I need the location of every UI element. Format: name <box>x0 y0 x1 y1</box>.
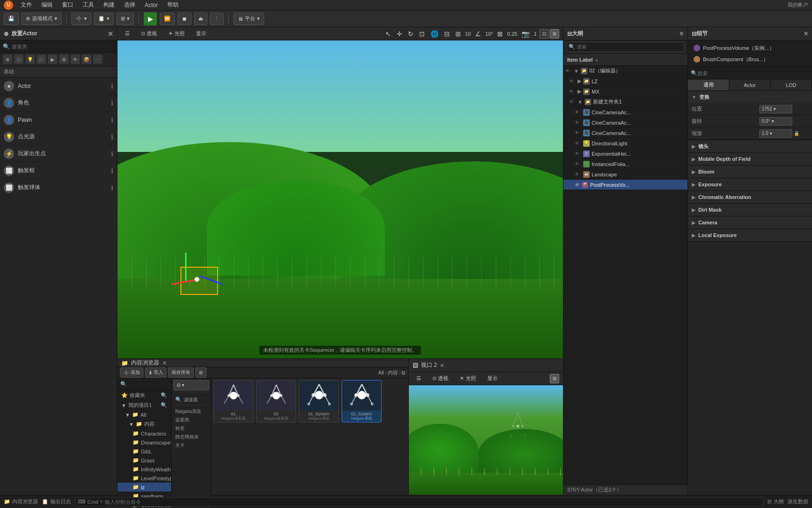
content-browser-tab[interactable]: 📁 内容浏览器 <box>4 498 38 505</box>
filter-vis-button[interactable]: 👁 <box>70 55 80 64</box>
position-dropdown[interactable]: 1752 ▾ <box>759 105 792 113</box>
menu-actor[interactable]: Actor <box>143 2 160 8</box>
filter-niagara[interactable]: Niagara系统 <box>173 407 209 416</box>
settings-button[interactable]: ⚙ <box>195 367 206 378</box>
favorites-search-icon[interactable]: 🔍 <box>161 392 167 398</box>
expand-lz-icon[interactable]: ▶ <box>578 78 581 84</box>
filter-level[interactable]: 关卡 <box>173 441 209 450</box>
eye-landscape-icon[interactable]: 👁 <box>575 172 581 177</box>
play-next-button[interactable]: ⏩ <box>160 13 175 25</box>
world-icon[interactable]: 🌐 <box>429 29 440 39</box>
detail-search-input[interactable] <box>697 71 809 76</box>
eye-expheight-icon[interactable]: 👁 <box>575 151 581 156</box>
outline-item-landscape[interactable]: 👁 🏔 Landscape <box>563 169 687 180</box>
folder-content[interactable]: ▼ 📁 内容 <box>117 419 171 429</box>
mobile-dof-header[interactable]: ▶ Mobile Depth of Field <box>688 153 812 165</box>
outline-item-cinecam1[interactable]: 👁 🎥 CineCameraAc... <box>563 107 687 118</box>
bloom-header[interactable]: ▶ Bloom <box>688 166 812 178</box>
viewport-options-button[interactable]: ⊞ ▾ <box>117 13 134 25</box>
actor-item-triggersphere[interactable]: ⬜ 触发球体 ℹ <box>0 179 117 196</box>
translate-icon[interactable]: ✛ <box>395 29 404 39</box>
output-log-tab[interactable]: 📋 输出日志 <box>42 498 71 505</box>
play-button[interactable]: ▶ <box>144 12 157 25</box>
folder-dreamscape[interactable]: 📁 DreamscapeSeries <box>117 438 171 447</box>
filter-blueprint[interactable]: 蓝图类 <box>173 416 209 424</box>
sv-lighting-btn[interactable]: ☀ 光照 <box>456 373 480 384</box>
actor-character-info-button[interactable]: ℹ <box>111 99 113 107</box>
sv-show-btn[interactable]: 显示 <box>484 373 501 384</box>
folder-lz[interactable]: 📁 lz <box>117 483 171 492</box>
sv-perspective-btn[interactable]: ⊙ 透视 <box>429 373 452 384</box>
import-button[interactable]: ⬇ 导入 <box>145 367 166 378</box>
viewport-perspective-mode-btn[interactable]: ⊙ 透视 <box>137 29 161 39</box>
outline-item-foliage[interactable]: 👁 🌿 InstancedFolia... <box>563 159 687 169</box>
stop-button[interactable]: ⏹ <box>178 13 191 25</box>
cmd-input[interactable] <box>105 499 760 505</box>
angle-icon[interactable]: ∠ <box>474 29 483 39</box>
main-viewport[interactable]: 未检测到有效的关卡Sequencer，请编辑关卡序列来启用完整控制。 <box>117 40 563 358</box>
actor-item-pointlight[interactable]: 💡 点光源 ℹ <box>0 128 117 145</box>
filter-staticmesh[interactable]: 静态网格体 <box>173 433 209 441</box>
outline-item-expheight[interactable]: 👁 🌫 ExponentialHei... <box>563 149 687 159</box>
asset-01-system[interactable]: 01_System Niagara系统 <box>299 380 339 422</box>
mode-button[interactable]: ⊕ 选项模式 ▾ <box>22 13 62 25</box>
filter-extra-button[interactable]: ⋯ <box>93 55 102 64</box>
folder-infinity[interactable]: 📁 InfinityWeather <box>117 465 171 474</box>
add-button[interactable]: ➕ ▾ <box>71 13 91 25</box>
folder-favorites[interactable]: ⭐ 收藏夹 🔍 <box>117 390 171 400</box>
outline-item-dirlight[interactable]: 👁 💡 DirectionalLight <box>563 138 687 149</box>
eye-cinecam1-icon[interactable]: 👁 <box>575 110 581 115</box>
chromatic-header[interactable]: ▶ Chromatic Aberration <box>688 191 812 203</box>
local-exposure-header[interactable]: ▶ Local Exposure <box>688 229 812 241</box>
sv-quad-button[interactable]: ⊞ <box>550 374 559 383</box>
platform-button[interactable]: 🖥 平台 ▾ <box>234 13 264 25</box>
folder-search-input[interactable] <box>129 381 172 387</box>
layout-quad-button[interactable]: ⊞ <box>550 29 559 39</box>
detail-tab-actor[interactable]: Actor <box>729 79 771 90</box>
breadcrumb-lz[interactable]: lz <box>402 370 406 375</box>
eye-cinecam3-icon[interactable]: 👁 <box>575 130 581 135</box>
exposure-header[interactable]: ▶ Exposure <box>688 178 812 190</box>
filter-anim-button[interactable]: ▶ <box>48 55 57 64</box>
transform-section-header[interactable]: ▼ 变换 <box>688 91 812 103</box>
derived-data-btn[interactable]: 派生数据 <box>788 498 808 505</box>
folder-grass[interactable]: 📁 Grass <box>117 456 171 465</box>
component-ppv[interactable]: PostProcessVolume（实例...） <box>692 42 808 54</box>
close-detail-button[interactable]: ✕ <box>804 31 808 37</box>
grid-icon[interactable]: ⊞ <box>454 29 462 39</box>
save-all-button[interactable]: 保存所有 <box>168 367 194 378</box>
breadcrumb-content[interactable]: 内容 <box>388 369 398 376</box>
actor-playerstart-info-button[interactable]: ℹ <box>111 150 113 158</box>
eye-dirlight-icon[interactable]: 👁 <box>575 141 581 146</box>
camera-speed-icon[interactable]: 📷 <box>520 29 531 39</box>
sv-scene[interactable] <box>409 385 563 495</box>
expand-mx-icon[interactable]: ▶ <box>578 88 581 95</box>
save-button[interactable]: 💾 <box>4 13 19 25</box>
outline-item-cinecam3[interactable]: 👁 🎥 CineCameraAc... <box>563 128 687 138</box>
outline-item-lz[interactable]: 👁 ▶ 📁 LZ <box>563 76 687 87</box>
actor-triggerbox-info-button[interactable]: ℹ <box>111 167 113 175</box>
scale-icon[interactable]: ⊡ <box>418 29 426 39</box>
detail-tab-lod[interactable]: LOD <box>771 79 812 90</box>
menu-help[interactable]: 帮助 <box>165 1 180 9</box>
expand-newfolder-icon[interactable]: ▼ <box>578 99 583 105</box>
eye-foliage-icon[interactable]: 👁 <box>575 161 581 167</box>
place-actor-search-input[interactable] <box>12 44 114 49</box>
outliner-search-input[interactable] <box>577 44 682 49</box>
actor-actor-info-button[interactable]: ℹ <box>111 82 113 90</box>
filter-sort-button[interactable]: ⊟ ▾ <box>173 380 209 390</box>
outline-item-ppv[interactable]: 👁 📦 PostProcessVo... <box>563 180 687 190</box>
actor-item-character[interactable]: 👤 角色 ℹ <box>0 95 117 111</box>
eye-mx-icon[interactable]: 👁 <box>569 89 576 94</box>
actor-item-actor[interactable]: ● Actor ℹ <box>0 78 117 95</box>
outline-item-mx[interactable]: 👁 ▶ 📁 MX <box>563 87 687 97</box>
filter-material[interactable]: 材质 <box>173 424 209 433</box>
viewport-show-btn[interactable]: 显示 <box>192 29 210 39</box>
menu-build[interactable]: 构建 <box>102 1 117 9</box>
detail-tab-general[interactable]: 通用 <box>688 79 729 90</box>
filter-geo-button[interactable]: ⬡ <box>14 55 23 64</box>
filter-all-button[interactable]: ⊕ <box>3 55 12 64</box>
actor-item-pawn[interactable]: 👤 Pawn ℹ <box>0 111 117 128</box>
close-second-viewport-button[interactable]: ✕ <box>440 362 445 369</box>
asset-01[interactable]: 01 Niagara发射器 <box>213 380 253 422</box>
